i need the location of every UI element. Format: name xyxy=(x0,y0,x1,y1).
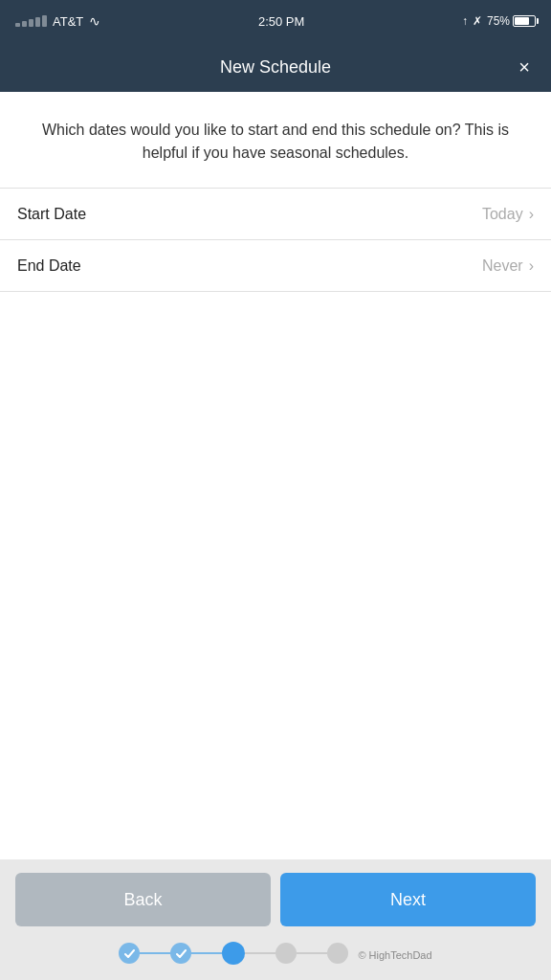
button-row: Back Next xyxy=(15,873,536,926)
status-left: AT&T ∿ xyxy=(15,13,100,29)
progress-step-5 xyxy=(327,943,348,964)
header-title: New Schedule xyxy=(220,57,331,78)
carrier-label: AT&T xyxy=(53,14,83,29)
start-date-value: Today xyxy=(482,206,523,223)
status-bar: AT&T ∿ 2:50 PM ↑ ✗ 75% xyxy=(0,0,551,42)
progress-row: © HighTechDad xyxy=(15,942,536,969)
description-text: Which dates would you like to start and … xyxy=(29,119,522,165)
end-date-label: End Date xyxy=(17,257,81,275)
battery-fill xyxy=(515,17,529,25)
status-right: ↑ ✗ 75% xyxy=(462,14,536,28)
end-date-chevron-icon: › xyxy=(529,257,534,275)
start-date-label: Start Date xyxy=(17,206,86,223)
end-date-row[interactable]: End Date Never › xyxy=(0,240,551,292)
battery-percent: 75% xyxy=(487,14,510,28)
progress-line-1 xyxy=(140,952,170,954)
status-time: 2:50 PM xyxy=(258,14,304,29)
signal-icon xyxy=(15,15,47,27)
progress-step-1 xyxy=(119,943,140,964)
progress-step-3 xyxy=(222,942,245,965)
end-date-value-wrapper: Never › xyxy=(482,256,534,275)
end-date-value: Never xyxy=(482,257,523,275)
next-button[interactable]: Next xyxy=(280,873,536,926)
progress-step-2 xyxy=(170,943,191,964)
arrow-icon: ↑ xyxy=(462,14,468,28)
battery-indicator: 75% xyxy=(487,14,536,28)
back-button[interactable]: Back xyxy=(15,873,271,926)
date-list: Start Date Today › End Date Never › xyxy=(0,188,551,292)
wifi-icon: ∿ xyxy=(89,13,100,29)
progress-indicators xyxy=(119,942,348,969)
watermark-text: © HighTechDad xyxy=(358,949,431,961)
bluetooth-icon: ✗ xyxy=(473,14,482,28)
start-date-value-wrapper: Today › xyxy=(482,205,534,223)
progress-line-3 xyxy=(245,952,276,954)
battery-bar xyxy=(513,15,536,27)
app-header: New Schedule × xyxy=(0,42,551,92)
content-spacer xyxy=(0,292,551,859)
start-date-row[interactable]: Start Date Today › xyxy=(0,189,551,240)
main-content: Which dates would you like to start and … xyxy=(0,92,551,859)
description-section: Which dates would you like to start and … xyxy=(0,92,551,188)
bottom-bar: Back Next © HighTechDad xyxy=(0,859,551,980)
close-button[interactable]: × xyxy=(515,54,534,80)
progress-line-4 xyxy=(297,952,327,954)
progress-step-4 xyxy=(276,943,297,964)
progress-line-2 xyxy=(191,952,222,954)
start-date-chevron-icon: › xyxy=(529,206,534,223)
